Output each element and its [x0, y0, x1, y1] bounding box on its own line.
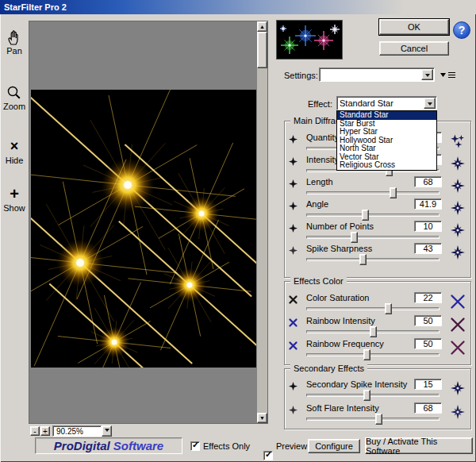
- brand-logo: ProDigital Software: [35, 437, 182, 454]
- star-icon: [450, 200, 466, 216]
- configure-button[interactable]: Configure: [308, 439, 360, 453]
- settings-label: Settings:: [284, 71, 318, 80]
- slider-row: Rainbow Frequency: [285, 338, 470, 360]
- hide-x-icon: ×: [0, 138, 29, 156]
- star-icon: [450, 380, 466, 396]
- tool-pan-label: Pan: [6, 46, 22, 56]
- slider-row: Spike Sharpness: [285, 243, 470, 264]
- group-effects-color: Effects ColorColor SaturationRainbow Int…: [284, 281, 471, 365]
- window-titlebar[interactable]: StarFilter Pro 2: [0, 0, 476, 14]
- slider-row: Secondary Spike Intensity: [285, 379, 470, 400]
- tool-zoom[interactable]: Zoom: [0, 84, 29, 111]
- cancel-button[interactable]: Cancel: [379, 41, 449, 56]
- tool-hide-label: Hide: [6, 156, 24, 165]
- settings-dropdown-button[interactable]: [421, 69, 433, 80]
- zoom-bar: - + 90.25%: [30, 425, 268, 437]
- settings-menu-icon[interactable]: [440, 70, 457, 80]
- sparkle-icon: [288, 405, 298, 415]
- preview-pane[interactable]: ▲ ▼: [29, 21, 268, 424]
- slider-thumb[interactable]: [375, 414, 382, 425]
- cross-icon: [288, 295, 298, 305]
- cross-icon: [450, 294, 466, 310]
- slider-thumb[interactable]: [370, 326, 377, 337]
- slider-thumb[interactable]: [359, 254, 367, 265]
- ok-button[interactable]: OK: [379, 19, 449, 35]
- buy-activate-button[interactable]: Buy / Activate This Software: [365, 437, 473, 454]
- zoom-magnifier-icon: [0, 84, 29, 102]
- spike-sharpness-input[interactable]: [414, 243, 442, 254]
- zoom-dropdown-button[interactable]: [102, 425, 112, 437]
- slider-track[interactable]: [306, 418, 440, 421]
- slider-row: Rainbow Intensity: [285, 315, 470, 337]
- slider-track[interactable]: [306, 353, 440, 356]
- sparkle-icon: [288, 245, 298, 256]
- effect-dropdown-button[interactable]: [424, 98, 436, 109]
- rainbow-intensity-input[interactable]: [414, 315, 442, 326]
- slider-track[interactable]: [306, 394, 440, 397]
- slider-track[interactable]: [306, 191, 440, 194]
- angle-input[interactable]: [414, 198, 442, 210]
- soft-flare-intensity-input[interactable]: [414, 402, 442, 414]
- help-icon[interactable]: ?: [453, 21, 470, 39]
- tool-pan[interactable]: Pan: [0, 29, 29, 56]
- effect-option[interactable]: Hyper Star: [337, 128, 436, 137]
- starfilter-dialog: StarFilter Pro 2 Pan Zoom × Hide + Show: [0, 0, 476, 462]
- slider-track[interactable]: [306, 258, 440, 261]
- slider-track[interactable]: [306, 307, 440, 310]
- slider-label: Color Saturation: [306, 293, 370, 302]
- sparkle-icon: [288, 223, 298, 233]
- sparkle-icon: [288, 179, 298, 189]
- slider-thumb[interactable]: [363, 390, 370, 401]
- star-icon: [450, 156, 466, 171]
- scroll-thumb[interactable]: [257, 32, 267, 68]
- sparkle-icon: [288, 134, 298, 144]
- chevron-down-icon: [428, 102, 432, 108]
- slider-thumb[interactable]: [385, 303, 392, 314]
- slider-thumb[interactable]: [390, 187, 397, 198]
- sparkle-icon: [288, 156, 298, 167]
- checkmark-icon: ✓: [192, 440, 199, 450]
- number-of-points-input[interactable]: [414, 221, 442, 232]
- scroll-down-icon[interactable]: ▼: [257, 413, 267, 423]
- effect-value: Standard Star: [337, 97, 436, 110]
- effect-option[interactable]: Standard Star: [337, 111, 436, 120]
- settings-select[interactable]: [319, 67, 435, 82]
- zoom-level-value[interactable]: 90.25%: [56, 426, 83, 437]
- scroll-up-icon[interactable]: ▲: [257, 21, 267, 32]
- effects-only-checkbox[interactable]: ✓: [190, 441, 200, 451]
- slider-thumb[interactable]: [363, 349, 370, 360]
- slider-label: Angle: [306, 199, 328, 209]
- tool-show-label: Show: [3, 203, 25, 213]
- slider-label: Secondary Spike Intensity: [306, 379, 407, 389]
- slider-thumb[interactable]: [362, 210, 369, 221]
- zoom-in-button[interactable]: +: [40, 426, 50, 436]
- zoom-out-button[interactable]: -: [30, 426, 40, 436]
- star-icon: [450, 244, 466, 260]
- secondary-spike-intensity-input[interactable]: [414, 379, 442, 390]
- group-secondary-effects: Secondary EffectsSecondary Spike Intensi…: [284, 368, 471, 429]
- length-input[interactable]: [414, 176, 442, 187]
- effect-label: Effect:: [308, 99, 332, 109]
- tool-hide[interactable]: × Hide: [0, 138, 29, 165]
- slider-row: Color Saturation: [285, 292, 470, 314]
- rainbow-frequency-input[interactable]: [414, 338, 442, 349]
- preview-image[interactable]: [31, 90, 256, 368]
- slider-row: Angle: [285, 198, 470, 220]
- show-plus-icon: +: [0, 186, 29, 203]
- slider-row: Soft Flare Intensity: [285, 402, 470, 424]
- sparkle-icon: [288, 381, 298, 391]
- effect-option[interactable]: North Star: [337, 144, 436, 153]
- star-icon: [450, 178, 466, 194]
- color-saturation-input[interactable]: [414, 292, 442, 303]
- slider-thumb[interactable]: [351, 232, 358, 243]
- slider-track[interactable]: [306, 214, 440, 217]
- cross-icon: [288, 318, 298, 328]
- effect-option[interactable]: Religious Cross: [337, 161, 436, 170]
- slider-label: Quantity: [306, 133, 339, 142]
- preview-checkbox[interactable]: ✓: [263, 451, 273, 460]
- slider-track[interactable]: [306, 236, 440, 239]
- tool-show[interactable]: + Show: [0, 186, 29, 213]
- effect-select[interactable]: Standard Star: [336, 96, 437, 110]
- cross-icon: [450, 340, 466, 356]
- preview-vscrollbar[interactable]: ▲ ▼: [257, 21, 267, 423]
